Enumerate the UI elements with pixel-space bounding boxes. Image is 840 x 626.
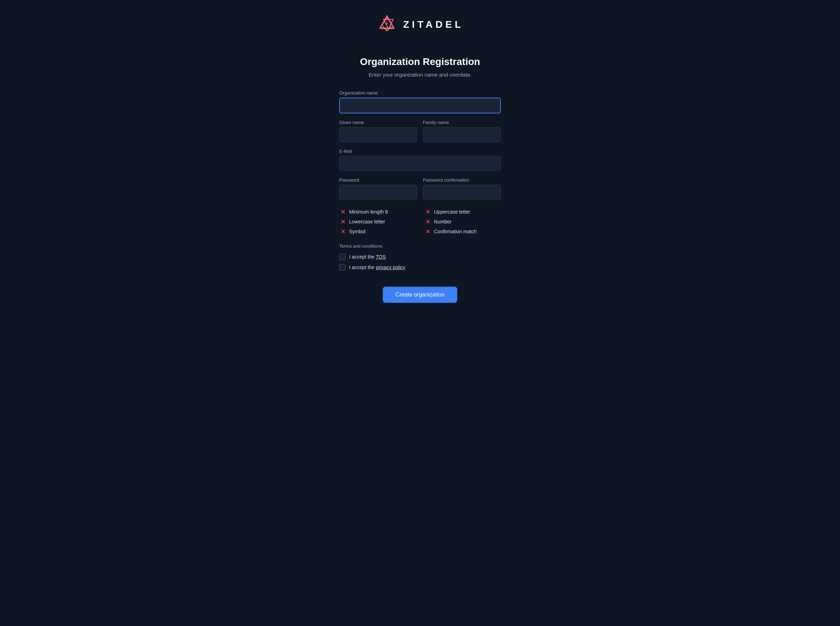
validation-uppercase-label: Uppercase letter [434,209,470,214]
password-confirm-field-group: Password confirmation [423,177,501,200]
page-subtitle: Enter your organization name and userdat… [369,72,472,78]
given-name-label: Given name [339,120,417,125]
given-name-input[interactable] [339,127,417,142]
logo-area: ZITADEL [376,14,464,35]
privacy-checkbox[interactable] [339,264,345,271]
given-name-field-group: Given name [339,120,417,142]
email-label: E-Mail [339,149,501,154]
email-input[interactable] [339,156,501,171]
tos-checkbox[interactable] [339,254,345,260]
x-icon-confirmation-match: ✕ [424,228,431,235]
password-input[interactable] [339,185,417,200]
validation-min-length: ✕ Minimum length 8 [339,208,416,215]
x-icon-number: ✕ [424,218,431,225]
family-name-label: Family name [423,120,501,125]
terms-label: Terms and conditions [339,243,501,249]
org-name-label: Organization name [339,90,501,95]
family-name-input[interactable] [423,127,501,142]
org-name-field-group: Organization name [339,90,501,113]
logo-text: ZITADEL [403,19,464,30]
validation-number-label: Number [434,219,451,224]
validation-confirmation-match: ✕ Confirmation match [424,228,501,235]
org-name-input[interactable] [339,98,501,113]
zitadel-logo-icon [376,14,398,35]
validation-symbol-label: Symbol [349,229,365,234]
email-field-group: E-Mail [339,149,501,171]
validation-min-length-label: Minimum length 8 [349,209,388,214]
form-container: Organization Registration Enter your org… [339,56,501,303]
validation-grid: ✕ Minimum length 8 ✕ Uppercase letter ✕ … [339,208,501,235]
tos-checkbox-row: I accept the TOS [339,254,501,260]
password-confirm-input[interactable] [423,185,501,200]
x-icon-symbol: ✕ [339,228,346,235]
x-icon-min-length: ✕ [339,208,346,215]
validation-uppercase: ✕ Uppercase letter [424,208,501,215]
terms-section: Terms and conditions I accept the TOS I … [339,243,501,275]
validation-lowercase-label: Lowercase letter [349,219,385,224]
password-field-group: Password [339,177,417,200]
validation-number: ✕ Number [424,218,501,225]
page-title: Organization Registration [360,56,480,67]
password-label: Password [339,177,417,183]
tos-checkbox-label: I accept the TOS [349,254,386,260]
password-confirm-label: Password confirmation [423,177,501,183]
privacy-checkbox-row: I accept the privacy policy [339,264,501,271]
create-organization-button[interactable]: Create organization [383,286,457,303]
tos-link[interactable]: TOS [376,254,386,260]
validation-lowercase: ✕ Lowercase letter [339,218,416,225]
privacy-policy-link[interactable]: privacy policy [376,264,405,270]
x-icon-lowercase: ✕ [339,218,346,225]
privacy-checkbox-label: I accept the privacy policy [349,264,405,270]
password-field-row: Password Password confirmation [339,177,501,200]
validation-confirmation-match-label: Confirmation match [434,229,476,234]
family-name-field-group: Family name [423,120,501,142]
name-field-row: Given name Family name [339,120,501,142]
x-icon-uppercase: ✕ [424,208,431,215]
validation-symbol: ✕ Symbol [339,228,416,235]
